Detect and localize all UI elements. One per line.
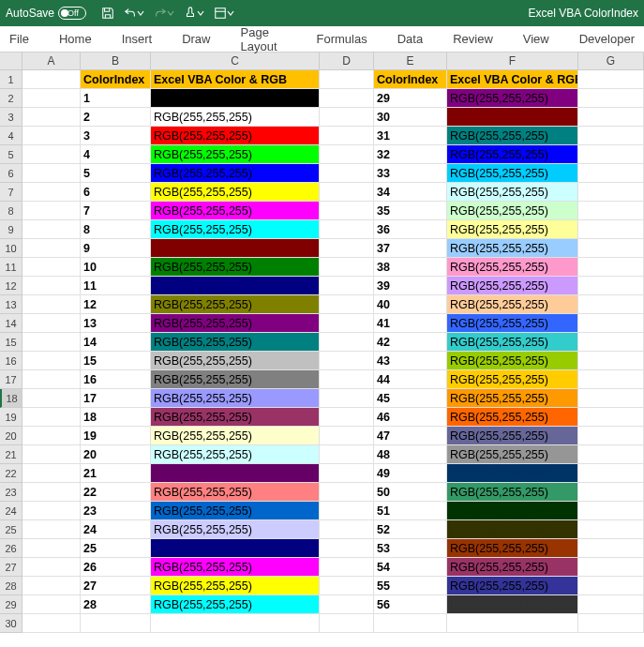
cell[interactable]: 27 <box>81 577 151 595</box>
row-header[interactable]: 15 <box>0 333 22 352</box>
cell[interactable]: 28 <box>81 595 151 614</box>
cell[interactable] <box>320 520 374 539</box>
cell[interactable]: 12 <box>81 295 151 314</box>
cell[interactable] <box>578 145 644 164</box>
cell[interactable] <box>320 239 374 258</box>
cell[interactable]: 38 <box>374 258 447 277</box>
cell[interactable]: 41 <box>374 314 447 333</box>
cell[interactable] <box>320 352 374 370</box>
cell[interactable] <box>22 464 81 483</box>
row-header[interactable]: 18 <box>0 389 22 408</box>
cell[interactable] <box>22 89 81 108</box>
cell[interactable] <box>320 89 374 108</box>
row-header[interactable]: 1 <box>0 70 22 89</box>
cell[interactable]: RGB(255,255,255) <box>447 370 578 389</box>
cell[interactable]: RGB(255,255,255) <box>447 558 578 577</box>
cell[interactable] <box>320 70 374 89</box>
cell[interactable]: RGB(255,255,255) <box>151 370 320 389</box>
cell[interactable] <box>320 389 374 408</box>
cell[interactable] <box>578 370 644 389</box>
cell[interactable]: RGB(255,255,255) <box>447 258 578 277</box>
cell[interactable]: 5 <box>81 164 151 183</box>
cell[interactable]: 54 <box>374 558 447 577</box>
cell[interactable] <box>578 595 644 614</box>
cell[interactable]: RGB(255,255,255) <box>151 577 320 595</box>
column-header[interactable]: E <box>374 53 447 69</box>
column-header[interactable]: A <box>22 53 81 69</box>
cell[interactable]: 3 <box>81 127 151 145</box>
cell[interactable] <box>320 258 374 277</box>
cell[interactable] <box>320 614 374 633</box>
cell[interactable]: RGB(255,255,255) <box>151 445 320 464</box>
cell[interactable] <box>320 295 374 314</box>
cell[interactable]: RGB(255,255,255) <box>151 502 320 520</box>
row-header[interactable]: 10 <box>0 239 22 258</box>
cell[interactable] <box>578 577 644 595</box>
cell[interactable]: 42 <box>374 333 447 352</box>
cell[interactable] <box>447 614 578 633</box>
cell[interactable]: 36 <box>374 220 447 239</box>
cell[interactable]: RGB(255,255,255) <box>447 295 578 314</box>
cell[interactable]: RGB(255,255,255) <box>151 464 320 483</box>
cell[interactable] <box>22 352 81 370</box>
cell[interactable] <box>22 614 81 633</box>
cell[interactable]: RGB(255,255,255) <box>151 333 320 352</box>
cell[interactable]: RGB(255,255,255) <box>151 352 320 370</box>
cell[interactable] <box>578 89 644 108</box>
ribbon-tab[interactable]: Home <box>55 32 96 46</box>
cell[interactable] <box>578 70 644 89</box>
cell[interactable]: 22 <box>81 483 151 502</box>
cell[interactable]: 6 <box>81 183 151 202</box>
cell[interactable]: 39 <box>374 277 447 295</box>
column-header[interactable]: G <box>578 53 644 69</box>
cell[interactable]: RGB(255,255,255) <box>151 314 320 333</box>
cell[interactable]: 24 <box>81 520 151 539</box>
cell[interactable] <box>320 445 374 464</box>
ribbon-tab[interactable]: Draw <box>178 32 214 46</box>
cell[interactable]: RGB(255,255,255) <box>151 427 320 445</box>
cell[interactable]: RGB(255,255,255) <box>447 89 578 108</box>
row-header[interactable]: 29 <box>0 595 22 614</box>
cell[interactable]: RGB(255,255,255) <box>447 502 578 520</box>
cell[interactable]: 26 <box>81 558 151 577</box>
cell[interactable]: RGB(255,255,255) <box>151 595 320 614</box>
cell[interactable] <box>22 258 81 277</box>
cell[interactable] <box>578 295 644 314</box>
cell[interactable] <box>578 520 644 539</box>
cell[interactable]: RGB(255,255,255) <box>151 258 320 277</box>
cell[interactable] <box>22 408 81 427</box>
cell[interactable]: RGB(255,255,255) <box>151 183 320 202</box>
cell[interactable] <box>22 502 81 520</box>
cell[interactable] <box>578 558 644 577</box>
cell[interactable]: 32 <box>374 145 447 164</box>
cell[interactable] <box>320 595 374 614</box>
cell[interactable] <box>578 239 644 258</box>
row-header[interactable]: 22 <box>0 464 22 483</box>
cell[interactable]: 16 <box>81 370 151 389</box>
cell[interactable]: 15 <box>81 352 151 370</box>
cell[interactable] <box>578 202 644 220</box>
cell[interactable] <box>22 577 81 595</box>
cell[interactable] <box>578 164 644 183</box>
cell[interactable] <box>22 483 81 502</box>
cell[interactable]: RGB(255,255,255) <box>151 239 320 258</box>
cell[interactable] <box>578 502 644 520</box>
row-header[interactable]: 14 <box>0 314 22 333</box>
cell[interactable] <box>578 333 644 352</box>
cell[interactable] <box>578 314 644 333</box>
cell[interactable]: 19 <box>81 427 151 445</box>
row-header[interactable]: 8 <box>0 202 22 220</box>
cell[interactable]: 20 <box>81 445 151 464</box>
cell[interactable]: 21 <box>81 464 151 483</box>
ribbon-tab[interactable]: Review <box>449 32 497 46</box>
cell[interactable]: RGB(255,255,255) <box>447 408 578 427</box>
cell[interactable]: RGB(255,255,255) <box>151 127 320 145</box>
ribbon-tab[interactable]: Developer <box>576 32 638 46</box>
cell[interactable]: RGB(255,255,255) <box>151 145 320 164</box>
column-header[interactable]: C <box>151 53 320 69</box>
cell[interactable]: RGB(255,255,255) <box>447 239 578 258</box>
cell[interactable]: 9 <box>81 239 151 258</box>
row-header[interactable]: 16 <box>0 352 22 370</box>
cell[interactable]: RGB(255,255,255) <box>151 408 320 427</box>
cell[interactable] <box>578 427 644 445</box>
